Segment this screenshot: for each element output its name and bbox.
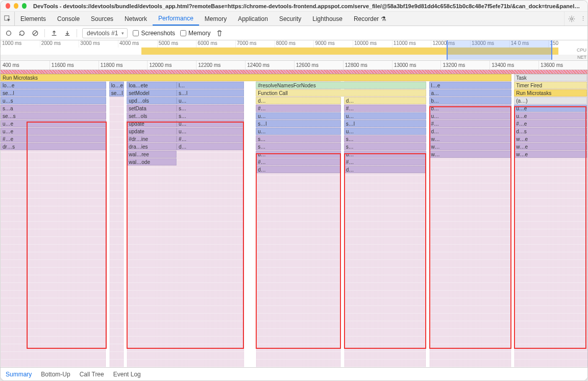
upload-icon[interactable] <box>50 29 58 37</box>
flame-bar[interactable]: loa…ete <box>127 82 177 89</box>
flame-bar[interactable]: #…e <box>1 135 106 142</box>
flame-bar[interactable]: d… <box>344 97 426 104</box>
download-icon[interactable] <box>63 29 71 37</box>
flame-bar[interactable]: #… <box>256 105 341 112</box>
minimize-traffic-light[interactable] <box>14 3 18 9</box>
inspect-element-icon[interactable] <box>1 12 15 26</box>
flame-bar[interactable]: u… <box>429 112 511 120</box>
flame-bar[interactable]: b… <box>429 105 511 112</box>
record-icon[interactable] <box>5 29 13 37</box>
flame-bar-task[interactable]: Task <box>514 74 587 81</box>
flame-chart[interactable]: Run Microtasks Task #resolveNamesForNode… <box>1 74 587 367</box>
reload-icon[interactable] <box>18 29 26 37</box>
tab-console[interactable]: Console <box>52 12 85 26</box>
flame-bar[interactable]: update <box>127 120 177 127</box>
profile-selector[interactable]: devtools #1 <box>82 28 128 38</box>
tab-lighthouse[interactable]: Lighthouse <box>307 12 348 26</box>
flame-bar[interactable]: set…ols <box>127 112 177 120</box>
flame-bar[interactable]: w…e <box>514 151 587 158</box>
flame-bar[interactable]: u… <box>344 151 426 158</box>
flame-bar[interactable]: lo…e <box>1 82 106 89</box>
flame-bar[interactable]: w… <box>429 151 511 158</box>
flame-bar[interactable]: s…a <box>1 105 106 112</box>
settings-gear-icon[interactable] <box>564 12 578 26</box>
flame-bar[interactable]: w… <box>429 135 511 142</box>
tab-security[interactable]: Security <box>274 12 307 26</box>
flame-bar[interactable]: u…e <box>514 112 587 120</box>
flame-bar[interactable]: s… <box>256 143 341 150</box>
flame-bar[interactable]: (a…) <box>514 97 587 104</box>
flame-bar[interactable]: lo…e <box>109 82 124 89</box>
flame-bar[interactable]: setData <box>127 105 177 112</box>
trash-icon[interactable] <box>215 29 224 37</box>
flame-bar[interactable]: #… <box>177 135 244 142</box>
clear-icon[interactable] <box>31 29 39 37</box>
screenshots-checkbox[interactable]: Screenshots <box>133 30 175 37</box>
btab-eventlog[interactable]: Event Log <box>113 371 141 378</box>
flame-bar[interactable]: dra…ies <box>127 143 177 150</box>
flame-bar[interactable]: s…l <box>256 120 341 127</box>
flame-bar[interactable]: u…e <box>1 120 106 127</box>
flame-bar[interactable]: #… <box>344 158 426 165</box>
zoom-traffic-light[interactable] <box>22 3 27 9</box>
flame-bar-resolve[interactable]: #resolveNamesForNodes <box>256 82 426 89</box>
flame-bar[interactable]: u…e <box>1 128 106 135</box>
flame-bar-fcall[interactable]: Function Call <box>256 89 426 97</box>
flame-bar[interactable]: s… <box>256 135 341 142</box>
flame-bar[interactable]: se…s <box>1 112 106 120</box>
close-traffic-light[interactable] <box>6 3 10 9</box>
flame-bar[interactable]: wal…ode <box>127 158 177 165</box>
flame-bar[interactable]: u… <box>344 112 426 120</box>
tab-performance[interactable]: Performance <box>153 12 199 26</box>
flame-bar[interactable]: a… <box>429 89 511 97</box>
flame-bar[interactable]: b… <box>429 97 511 104</box>
flame-bar[interactable]: u… <box>256 128 341 135</box>
flame-bar-run-microtasks[interactable]: Run Microtasks <box>1 74 511 81</box>
flame-bar[interactable]: setModel <box>127 89 177 97</box>
flame-bar[interactable]: #… <box>256 158 341 165</box>
flame-bar[interactable]: u… <box>177 120 244 127</box>
flame-bar[interactable]: #dr…ine <box>127 135 177 142</box>
timeline-overview[interactable]: 1000 ms 2000 ms 3000 ms 4000 ms 5000 ms … <box>1 40 587 61</box>
flame-bar[interactable]: d… <box>344 166 426 173</box>
flame-bar[interactable]: d… <box>429 128 511 135</box>
flame-bar[interactable]: u…e <box>514 105 587 112</box>
tab-application[interactable]: Application <box>232 12 274 26</box>
more-menu-icon[interactable]: ⋮ <box>578 12 587 26</box>
flame-bar[interactable]: se…l <box>1 89 106 97</box>
flame-bar[interactable]: #… <box>344 105 426 112</box>
flame-bar-timer[interactable]: Timer Fired <box>514 82 587 89</box>
flame-bar-microtasks2[interactable]: Run Microtasks <box>514 89 587 97</box>
tab-memory[interactable]: Memory <box>199 12 232 26</box>
tab-recorder[interactable]: Recorder ⚗ <box>348 12 392 26</box>
flame-bar[interactable]: #…e <box>514 120 587 127</box>
flame-bar[interactable]: u… <box>256 151 341 158</box>
flame-bar[interactable]: dr…s <box>1 143 106 150</box>
flame-bar[interactable]: l… <box>177 82 244 89</box>
flame-bar[interactable]: s… <box>344 135 426 142</box>
flame-bar[interactable]: u… <box>177 128 244 135</box>
tab-sources[interactable]: Sources <box>85 12 119 26</box>
flame-bar[interactable]: #… <box>429 120 511 127</box>
flame-bar[interactable]: update <box>127 128 177 135</box>
flame-bar[interactable]: upd…ols <box>127 97 177 104</box>
overview-selection-handle[interactable] <box>447 40 552 60</box>
memory-checkbox[interactable]: Memory <box>180 30 210 37</box>
flame-bar[interactable]: wal…ree <box>127 151 177 158</box>
flame-bar[interactable]: s…l <box>177 89 244 97</box>
detail-ruler[interactable]: 400 ms 11600 ms 11800 ms 12000 ms 12200 … <box>1 61 587 70</box>
btab-calltree[interactable]: Call Tree <box>80 371 104 378</box>
btab-bottomup[interactable]: Bottom-Up <box>41 371 70 378</box>
flame-bar[interactable]: d… <box>256 166 341 173</box>
flame-bar[interactable]: u…s <box>1 97 106 104</box>
flame-bar[interactable]: s… <box>344 143 426 150</box>
tab-elements[interactable]: Elements <box>15 12 52 26</box>
tab-network[interactable]: Network <box>119 12 153 26</box>
flame-bar[interactable]: se…l <box>109 89 124 97</box>
flame-bar[interactable]: d… <box>177 143 244 150</box>
flame-bar[interactable]: s… <box>177 112 244 120</box>
flame-bar[interactable]: w…e <box>514 135 587 142</box>
flame-bar[interactable]: u… <box>344 128 426 135</box>
flame-bar[interactable]: s…l <box>344 120 426 127</box>
flame-bar[interactable]: w… <box>429 143 511 150</box>
